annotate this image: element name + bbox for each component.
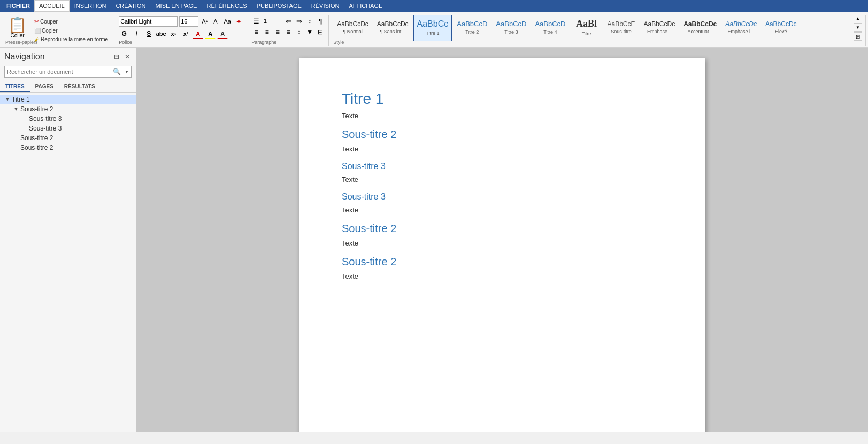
style-titre-preview: AaBl bbox=[576, 18, 597, 30]
tree-item-sous-titre2-3[interactable]: ▶ Sous-titre 2 bbox=[0, 143, 136, 152]
doc-sous-titre2-1[interactable]: Sous-titre 2 bbox=[342, 128, 663, 141]
change-case-button[interactable]: Aa bbox=[222, 17, 232, 26]
gallery-up-button[interactable]: ▲ bbox=[854, 15, 862, 22]
style-emphase-i[interactable]: AaBbCcDc Emphase i... bbox=[721, 15, 761, 41]
style-sous-titre[interactable]: AaBbCcE Sous-titre bbox=[603, 15, 639, 41]
doc-titre1[interactable]: Titre 1 bbox=[342, 90, 663, 108]
tree-item-sous-titre3-1[interactable]: ▶ Sous-titre 3 bbox=[0, 114, 136, 124]
nav-pin-button[interactable]: ⊟ bbox=[112, 52, 121, 61]
couper-button[interactable]: ✂ Couper bbox=[32, 17, 111, 26]
text-color-button[interactable]: A bbox=[193, 28, 203, 39]
reproduire-button[interactable]: 🖌 Reproduire la mise en forme bbox=[32, 35, 111, 43]
gallery-down-button[interactable]: ▼ bbox=[854, 23, 862, 32]
doc-sous-titre2-2[interactable]: Sous-titre 2 bbox=[342, 223, 663, 235]
doc-texte-3[interactable]: Texte bbox=[342, 175, 663, 183]
para-row1: ☰ 1≡ ≡≡ ⇐ ⇒ ↕ ¶ bbox=[251, 16, 325, 26]
align-right-button[interactable]: ≡ bbox=[273, 27, 282, 37]
nav-tab-resultats[interactable]: RÉSULTATS bbox=[59, 82, 101, 92]
increase-font-button[interactable]: A+ bbox=[200, 17, 210, 26]
nav-close-button[interactable]: ✕ bbox=[123, 52, 132, 61]
menu-affichage[interactable]: AFFICHAGE bbox=[344, 0, 387, 12]
doc-texte-2[interactable]: Texte bbox=[342, 145, 663, 153]
gallery-expand-button[interactable]: ⊞ bbox=[854, 32, 862, 41]
nav-search-dropdown-button[interactable]: ▼ bbox=[122, 66, 131, 78]
tree-item-sous-titre2-1[interactable]: ▼ Sous-titre 2 bbox=[0, 104, 136, 114]
tree-item-sous2-2-label: Sous-titre 2 bbox=[20, 134, 53, 142]
presse-papiers-label: Presse-papiers bbox=[5, 40, 38, 45]
nav-tab-titres[interactable]: TITRES bbox=[0, 82, 30, 92]
doc-sous-titre3-2[interactable]: Sous-titre 3 bbox=[342, 192, 663, 202]
align-center-button[interactable]: ≡ bbox=[262, 27, 272, 37]
style-titre1[interactable]: AaBbCc Titre 1 bbox=[413, 15, 452, 41]
style-normal[interactable]: AaBbCcDc ¶ Normal bbox=[333, 15, 372, 41]
doc-texte-1[interactable]: Texte bbox=[342, 112, 663, 120]
borders-button[interactable]: ⊟ bbox=[316, 27, 325, 37]
underline-button[interactable]: S bbox=[143, 28, 154, 39]
style-accentuat[interactable]: AaBbCcDc Accentuat... bbox=[680, 15, 720, 41]
increase-indent-button[interactable]: ⇒ bbox=[294, 16, 304, 26]
document-area[interactable]: Titre 1 Texte Sous-titre 2 Texte Sous-ti… bbox=[136, 48, 868, 432]
doc-texte-6[interactable]: Texte bbox=[342, 272, 663, 280]
style-emphase-i-preview: AaBbCcDc bbox=[725, 20, 757, 28]
subscript-button[interactable]: x₂ bbox=[168, 28, 179, 39]
justify-button[interactable]: ≡ bbox=[283, 27, 293, 37]
coller-button[interactable]: 📋 Coller bbox=[5, 16, 29, 40]
style-emphase[interactable]: AaBbCcDc Emphase... bbox=[640, 15, 679, 41]
navigation-pane: Navigation ⊟ ✕ 🔍 ▼ TITRES PAGES RÉSULTAT… bbox=[0, 48, 136, 432]
menu-references[interactable]: RÉFÉRENCES bbox=[202, 0, 251, 12]
menu-insertion[interactable]: INSERTION bbox=[70, 0, 111, 12]
line-spacing-button[interactable]: ↕ bbox=[294, 27, 304, 37]
tree-item-sous3-2-label: Sous-titre 3 bbox=[29, 125, 62, 132]
style-titre3[interactable]: AaBbCcD Titre 3 bbox=[492, 15, 530, 41]
bullets-button[interactable]: ☰ bbox=[251, 16, 261, 26]
style-sans-int[interactable]: AaBbCcDc ¶ Sans int... bbox=[373, 15, 412, 41]
tree-item-titre1[interactable]: ▼ Titre 1 bbox=[0, 95, 136, 104]
doc-texte-4[interactable]: Texte bbox=[342, 206, 663, 214]
style-titre[interactable]: AaBl Titre bbox=[570, 15, 602, 41]
fichier-menu[interactable]: FICHIER bbox=[2, 0, 34, 12]
doc-texte-5[interactable]: Texte bbox=[342, 239, 663, 247]
font-name-select[interactable] bbox=[119, 16, 178, 27]
superscript-button[interactable]: x² bbox=[180, 28, 191, 39]
strikethrough-button[interactable]: abc bbox=[156, 28, 166, 39]
style-eleve[interactable]: AaBbCcDc Élevé bbox=[762, 15, 801, 41]
sort-button[interactable]: ↕ bbox=[305, 16, 314, 26]
numbering-button[interactable]: 1≡ bbox=[262, 16, 272, 26]
shading-button[interactable]: ▼ bbox=[305, 27, 314, 37]
multilevel-button[interactable]: ≡≡ bbox=[273, 16, 282, 26]
decrease-indent-button[interactable]: ⇐ bbox=[283, 16, 293, 26]
menu-publipostage[interactable]: PUBLIPOSTAGE bbox=[252, 0, 306, 12]
main-layout: Navigation ⊟ ✕ 🔍 ▼ TITRES PAGES RÉSULTAT… bbox=[0, 48, 868, 432]
italic-button[interactable]: I bbox=[131, 28, 142, 39]
menu-accueil[interactable]: ACCUEIL bbox=[34, 0, 70, 12]
style-gallery: AaBbCcDc ¶ Normal AaBbCcDc ¶ Sans int...… bbox=[330, 15, 866, 46]
font-color2-button[interactable]: A bbox=[217, 28, 228, 39]
tree-item-sous-titre3-2[interactable]: ▶ Sous-titre 3 bbox=[0, 124, 136, 133]
clear-format-button[interactable]: ✦ bbox=[234, 17, 243, 26]
style-titre4[interactable]: AaBbCcD Titre 4 bbox=[531, 15, 569, 41]
tree-item-sous2-3-label: Sous-titre 2 bbox=[20, 144, 53, 151]
decrease-font-button[interactable]: A- bbox=[211, 17, 221, 26]
doc-sous-titre3-1[interactable]: Sous-titre 3 bbox=[342, 162, 663, 171]
align-left-button[interactable]: ≡ bbox=[251, 27, 261, 37]
tree-item-sous2-1-label: Sous-titre 2 bbox=[20, 105, 53, 113]
tree-item-sous-titre2-2[interactable]: ▶ Sous-titre 2 bbox=[0, 133, 136, 143]
nav-tab-pages[interactable]: PAGES bbox=[30, 82, 59, 92]
font-size-select[interactable] bbox=[179, 16, 198, 27]
menu-mise-en-page[interactable]: MISE EN PAGE bbox=[150, 0, 202, 12]
style-titre2[interactable]: AaBbCcD Titre 2 bbox=[453, 15, 491, 41]
menu-creation[interactable]: CRÉATION bbox=[111, 0, 150, 12]
style-label: Style bbox=[333, 40, 344, 45]
copier-button[interactable]: ⬜ Copier bbox=[32, 27, 111, 35]
menu-revision[interactable]: RÉVISION bbox=[306, 0, 344, 12]
nav-search-input[interactable] bbox=[5, 68, 111, 75]
highlight-button[interactable]: A bbox=[205, 28, 216, 39]
style-sous-name: Sous-titre bbox=[611, 29, 632, 34]
tree-toggle-titre1[interactable]: ▼ bbox=[4, 96, 11, 103]
style-sous-preview: AaBbCcE bbox=[607, 20, 635, 28]
doc-sous-titre2-3[interactable]: Sous-titre 2 bbox=[342, 256, 663, 268]
show-hide-button[interactable]: ¶ bbox=[316, 16, 325, 26]
tree-toggle-sous2-1[interactable]: ▼ bbox=[13, 106, 19, 112]
bold-button[interactable]: G bbox=[119, 28, 129, 39]
nav-search-button[interactable]: 🔍 bbox=[111, 66, 122, 78]
